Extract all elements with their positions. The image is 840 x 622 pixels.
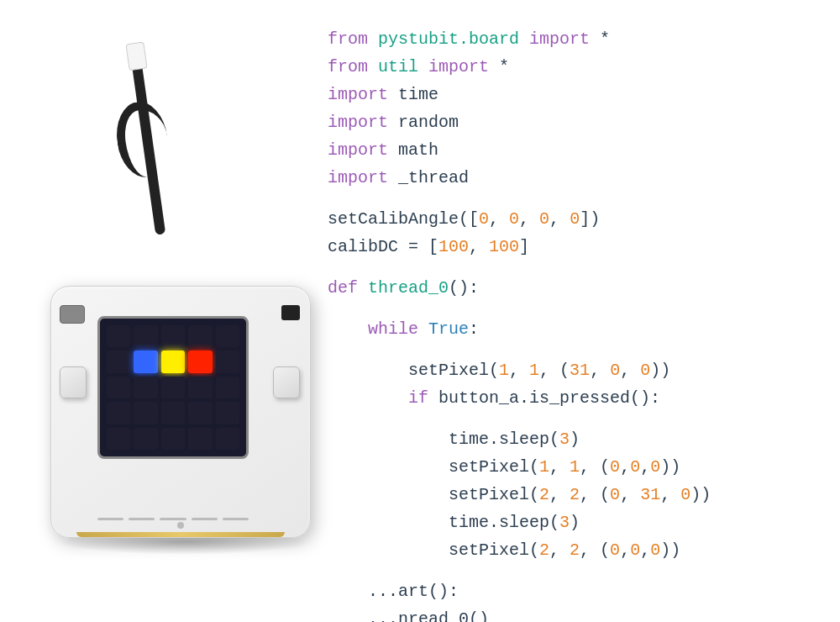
code-line-line19: setPixel(1, 1, (0,0,0))	[328, 453, 815, 481]
code-line-line15: setPixel(1, 1, (31, 0, 0))	[328, 356, 815, 384]
code-line-line8: setCalibAngle([0, 0, 0, 0])	[328, 205, 815, 233]
code-line-line13: while True:	[328, 315, 815, 343]
code-line-line23	[328, 564, 815, 577]
code-line-line14	[328, 343, 815, 356]
code-line-line7	[328, 192, 815, 205]
code-line-line21: time.sleep(3)	[328, 509, 815, 536]
code-line-line11: def thread_0():	[328, 274, 815, 302]
code-block: from pystubit.board import *from util im…	[328, 25, 815, 622]
code-line-line12	[328, 302, 815, 315]
code-line-line5: import math	[328, 136, 815, 164]
code-line-line22: setPixel(2, 2, (0,0,0))	[328, 536, 815, 564]
code-line-line1: from pystubit.board import *	[328, 25, 815, 53]
code-line-line10	[328, 261, 815, 274]
code-line-line17	[328, 412, 815, 425]
code-area: from pystubit.board import *from util im…	[0, 0, 840, 622]
code-line-line9: calibDC = [100, 100]	[328, 233, 815, 261]
code-line-line4: import random	[328, 108, 815, 136]
code-line-line3: import time	[328, 81, 815, 108]
code-line-line6: import _thread	[328, 164, 815, 192]
code-line-line2: from util import *	[328, 53, 815, 81]
code-line-line20: setPixel(2, 2, (0, 31, 0))	[328, 481, 815, 509]
code-line-line16: if button_a.is_pressed():	[328, 384, 815, 412]
code-line-line24: ...art():	[328, 577, 815, 605]
code-line-line18: time.sleep(3)	[328, 425, 815, 453]
code-line-line25: ...nread_0()	[328, 605, 815, 622]
